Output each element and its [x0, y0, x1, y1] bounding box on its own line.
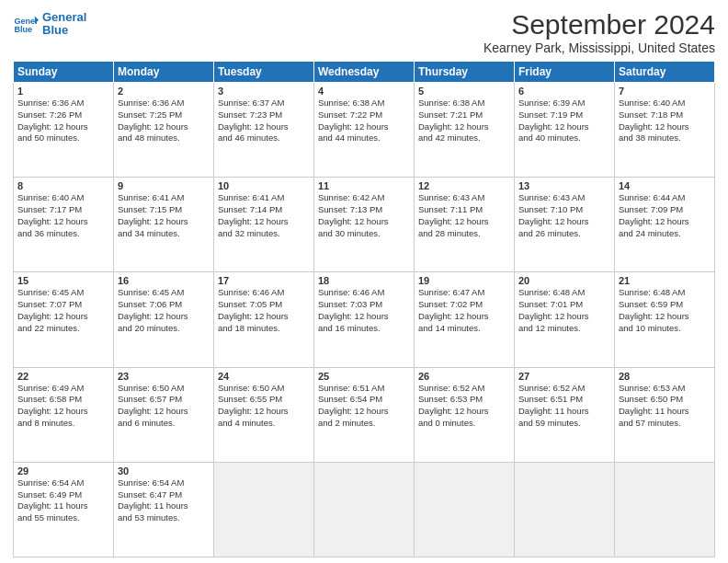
- day-number: 15: [17, 275, 109, 286]
- day-number: 2: [118, 86, 210, 97]
- table-cell: 24Sunrise: 6:50 AMSunset: 6:55 PMDayligh…: [214, 367, 314, 462]
- title-block: September 2024 Kearney Park, Mississippi…: [483, 9, 715, 55]
- day-detail: Sunrise: 6:52 AMSunset: 6:51 PMDaylight:…: [518, 383, 610, 430]
- table-cell: 14Sunrise: 6:44 AMSunset: 7:09 PMDayligh…: [615, 178, 715, 272]
- day-detail: Sunrise: 6:54 AMSunset: 6:49 PMDaylight:…: [17, 477, 109, 524]
- header-row: Sunday Monday Tuesday Wednesday Thursday…: [14, 62, 715, 83]
- day-number: 9: [118, 180, 210, 191]
- header: General Blue GeneralBlue September 2024 …: [13, 9, 715, 55]
- col-tuesday: Tuesday: [214, 62, 314, 83]
- day-detail: Sunrise: 6:43 AMSunset: 7:10 PMDaylight:…: [518, 192, 610, 239]
- day-detail: Sunrise: 6:46 AMSunset: 7:05 PMDaylight:…: [218, 287, 310, 334]
- day-number: 4: [318, 86, 410, 97]
- day-number: 23: [118, 371, 210, 382]
- svg-text:Blue: Blue: [14, 25, 32, 34]
- day-number: 26: [418, 371, 510, 382]
- logo-icon: General Blue: [13, 11, 39, 37]
- table-cell: 5Sunrise: 6:38 AMSunset: 7:21 PMDaylight…: [415, 83, 515, 178]
- table-cell: 25Sunrise: 6:51 AMSunset: 6:54 PMDayligh…: [314, 367, 415, 462]
- day-number: 24: [218, 371, 310, 382]
- day-number: 7: [619, 86, 711, 97]
- table-cell: 27Sunrise: 6:52 AMSunset: 6:51 PMDayligh…: [515, 367, 615, 462]
- day-number: 16: [118, 275, 210, 286]
- table-cell: 17Sunrise: 6:46 AMSunset: 7:05 PMDayligh…: [214, 272, 314, 367]
- month-title: September 2024: [483, 9, 715, 40]
- day-detail: Sunrise: 6:51 AMSunset: 6:54 PMDaylight:…: [318, 383, 410, 430]
- day-detail: Sunrise: 6:50 AMSunset: 6:55 PMDaylight:…: [218, 383, 310, 430]
- day-detail: Sunrise: 6:45 AMSunset: 7:07 PMDaylight:…: [17, 287, 109, 334]
- table-cell: 10Sunrise: 6:41 AMSunset: 7:14 PMDayligh…: [214, 178, 314, 272]
- table-cell: 6Sunrise: 6:39 AMSunset: 7:19 PMDaylight…: [515, 83, 615, 178]
- day-detail: Sunrise: 6:41 AMSunset: 7:14 PMDaylight:…: [218, 192, 310, 239]
- table-cell: 7Sunrise: 6:40 AMSunset: 7:18 PMDaylight…: [615, 83, 715, 178]
- table-cell: [415, 462, 515, 557]
- table-cell: 22Sunrise: 6:49 AMSunset: 6:58 PMDayligh…: [14, 367, 114, 462]
- day-detail: Sunrise: 6:42 AMSunset: 7:13 PMDaylight:…: [318, 192, 410, 239]
- table-cell: 18Sunrise: 6:46 AMSunset: 7:03 PMDayligh…: [314, 272, 415, 367]
- day-number: 11: [318, 180, 410, 191]
- day-detail: Sunrise: 6:48 AMSunset: 6:59 PMDaylight:…: [619, 287, 711, 334]
- day-detail: Sunrise: 6:38 AMSunset: 7:22 PMDaylight:…: [318, 98, 410, 144]
- day-number: 17: [218, 275, 310, 286]
- day-detail: Sunrise: 6:46 AMSunset: 7:03 PMDaylight:…: [318, 287, 410, 334]
- day-number: 8: [17, 180, 109, 191]
- table-cell: 3Sunrise: 6:37 AMSunset: 7:23 PMDaylight…: [214, 83, 314, 178]
- table-cell: 13Sunrise: 6:43 AMSunset: 7:10 PMDayligh…: [515, 178, 615, 272]
- table-cell: [615, 462, 715, 557]
- day-detail: Sunrise: 6:54 AMSunset: 6:47 PMDaylight:…: [118, 477, 210, 524]
- table-cell: 21Sunrise: 6:48 AMSunset: 6:59 PMDayligh…: [615, 272, 715, 367]
- day-number: 14: [619, 180, 711, 191]
- day-detail: Sunrise: 6:50 AMSunset: 6:57 PMDaylight:…: [118, 383, 210, 430]
- table-cell: 11Sunrise: 6:42 AMSunset: 7:13 PMDayligh…: [314, 178, 415, 272]
- day-detail: Sunrise: 6:53 AMSunset: 6:50 PMDaylight:…: [619, 383, 711, 430]
- day-detail: Sunrise: 6:47 AMSunset: 7:02 PMDaylight:…: [418, 287, 510, 334]
- day-detail: Sunrise: 6:44 AMSunset: 7:09 PMDaylight:…: [619, 192, 711, 239]
- day-number: 18: [318, 275, 410, 286]
- day-detail: Sunrise: 6:45 AMSunset: 7:06 PMDaylight:…: [118, 287, 210, 334]
- table-cell: 23Sunrise: 6:50 AMSunset: 6:57 PMDayligh…: [114, 367, 214, 462]
- table-cell: 15Sunrise: 6:45 AMSunset: 7:07 PMDayligh…: [14, 272, 114, 367]
- day-number: 1: [17, 86, 109, 97]
- day-number: 22: [17, 371, 109, 382]
- table-cell: 30Sunrise: 6:54 AMSunset: 6:47 PMDayligh…: [114, 462, 214, 557]
- day-number: 28: [619, 371, 711, 382]
- day-detail: Sunrise: 6:48 AMSunset: 7:01 PMDaylight:…: [518, 287, 610, 334]
- table-cell: 28Sunrise: 6:53 AMSunset: 6:50 PMDayligh…: [615, 367, 715, 462]
- day-detail: Sunrise: 6:38 AMSunset: 7:21 PMDaylight:…: [418, 98, 510, 144]
- calendar-row: 15Sunrise: 6:45 AMSunset: 7:07 PMDayligh…: [14, 272, 715, 367]
- day-detail: Sunrise: 6:52 AMSunset: 6:53 PMDaylight:…: [418, 383, 510, 430]
- day-number: 21: [619, 275, 711, 286]
- calendar-row: 22Sunrise: 6:49 AMSunset: 6:58 PMDayligh…: [14, 367, 715, 462]
- calendar-table: Sunday Monday Tuesday Wednesday Thursday…: [13, 61, 715, 557]
- calendar-row: 8Sunrise: 6:40 AMSunset: 7:17 PMDaylight…: [14, 178, 715, 272]
- day-detail: Sunrise: 6:49 AMSunset: 6:58 PMDaylight:…: [17, 383, 109, 430]
- calendar-body: 1Sunrise: 6:36 AMSunset: 7:26 PMDaylight…: [14, 83, 715, 557]
- day-number: 20: [518, 275, 610, 286]
- page: General Blue GeneralBlue September 2024 …: [0, 0, 728, 563]
- day-detail: Sunrise: 6:36 AMSunset: 7:25 PMDaylight:…: [118, 98, 210, 144]
- day-detail: Sunrise: 6:43 AMSunset: 7:11 PMDaylight:…: [418, 192, 510, 239]
- day-number: 25: [318, 371, 410, 382]
- table-cell: 4Sunrise: 6:38 AMSunset: 7:22 PMDaylight…: [314, 83, 415, 178]
- day-number: 5: [418, 86, 510, 97]
- day-number: 30: [118, 465, 210, 477]
- table-cell: [515, 462, 615, 557]
- day-number: 29: [17, 465, 109, 477]
- table-cell: 12Sunrise: 6:43 AMSunset: 7:11 PMDayligh…: [415, 178, 515, 272]
- day-number: 13: [518, 180, 610, 191]
- day-detail: Sunrise: 6:36 AMSunset: 7:26 PMDaylight:…: [17, 98, 109, 144]
- col-saturday: Saturday: [615, 62, 715, 83]
- day-number: 19: [418, 275, 510, 286]
- table-cell: 2Sunrise: 6:36 AMSunset: 7:25 PMDaylight…: [114, 83, 214, 178]
- table-cell: 20Sunrise: 6:48 AMSunset: 7:01 PMDayligh…: [515, 272, 615, 367]
- day-detail: Sunrise: 6:41 AMSunset: 7:15 PMDaylight:…: [118, 192, 210, 239]
- logo: General Blue GeneralBlue: [13, 11, 86, 38]
- day-number: 27: [518, 371, 610, 382]
- calendar-row: 29Sunrise: 6:54 AMSunset: 6:49 PMDayligh…: [14, 462, 715, 557]
- table-cell: [214, 462, 314, 557]
- col-friday: Friday: [515, 62, 615, 83]
- day-number: 6: [518, 86, 610, 97]
- table-cell: 1Sunrise: 6:36 AMSunset: 7:26 PMDaylight…: [14, 83, 114, 178]
- day-number: 3: [218, 86, 310, 97]
- location-title: Kearney Park, Mississippi, United States: [483, 40, 715, 55]
